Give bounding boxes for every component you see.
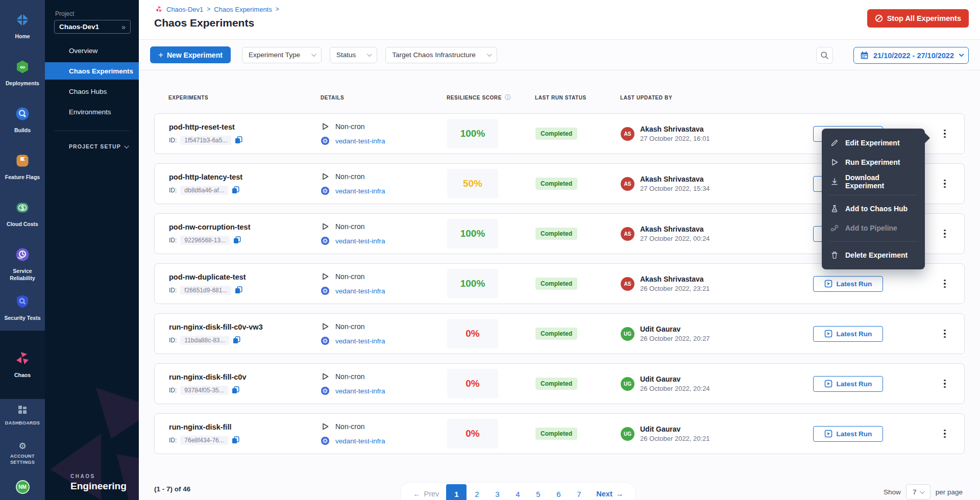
menu-add-to-pipeline: Add to Pipeline xyxy=(822,218,925,238)
table-row[interactable]: run-nginx-disk-fill ID: 76e8f434-76... N… xyxy=(154,413,965,454)
id-label: ID: xyxy=(169,137,177,144)
infrastructure-link[interactable]: vedant-test-infra xyxy=(335,437,385,445)
copy-icon[interactable] xyxy=(232,386,239,394)
experiment-name[interactable]: pod-http-latency-test xyxy=(169,173,321,181)
latest-run-button[interactable]: Latest Run xyxy=(813,426,883,442)
menu-delete-experiment[interactable]: Delete Experiment xyxy=(822,245,925,265)
copy-icon[interactable] xyxy=(235,136,242,144)
updated-by-name: Udit Gaurav xyxy=(640,375,710,383)
copy-icon[interactable] xyxy=(233,336,240,344)
experiment-name[interactable]: pod-nw-duplicate-test xyxy=(169,273,321,281)
kebab-menu-icon[interactable] xyxy=(940,177,950,191)
resilience-score: 50% xyxy=(447,169,498,198)
table-row[interactable]: run-nginx-disk-fill-c0v ID: 93784f05-35.… xyxy=(154,363,965,404)
nav-item-overview[interactable]: Overview xyxy=(45,42,139,59)
breadcrumb-separator: > xyxy=(276,6,279,13)
infrastructure-link[interactable]: vedant-test-infra xyxy=(335,187,385,195)
pagination-summary: (1 - 7) of 46 xyxy=(154,485,190,493)
per-page-select[interactable]: 7 xyxy=(906,484,930,499)
page-button-3[interactable]: 3 xyxy=(487,484,507,500)
security-tests-icon xyxy=(15,294,30,311)
kubernetes-icon xyxy=(321,237,329,245)
sidebar-item-service-reliability[interactable]: Service Reliability xyxy=(0,237,45,284)
sidebar-item-builds[interactable]: Builds xyxy=(0,96,45,143)
copy-icon[interactable] xyxy=(233,236,241,244)
sidebar-item-chaos[interactable]: Chaos xyxy=(0,331,45,399)
experiment-name[interactable]: run-nginx-disk-fill xyxy=(169,423,321,431)
kebab-menu-icon[interactable] xyxy=(940,377,950,391)
sidebar-item-security-tests[interactable]: Security Tests xyxy=(0,284,45,331)
page-button-2[interactable]: 2 xyxy=(467,484,487,500)
user-avatar[interactable]: NM xyxy=(16,480,30,494)
experiment-type-filter[interactable]: Experiment Type xyxy=(242,47,322,63)
sidebar-item-deployments[interactable]: ∞ Deployments xyxy=(0,49,45,96)
stop-all-experiments-button[interactable]: Stop All Experiments xyxy=(867,9,969,28)
page-button-6[interactable]: 6 xyxy=(548,484,569,500)
menu-download-experiment[interactable]: Download Experiment xyxy=(822,172,925,191)
date-range-picker[interactable]: 21/10/2022 - 27/10/2022 xyxy=(853,47,969,64)
kebab-menu-icon[interactable] xyxy=(940,277,950,291)
target-infrastructure-filter[interactable]: Target Chaos Infrastructure xyxy=(385,47,497,63)
latest-run-button[interactable]: Latest Run xyxy=(813,326,883,342)
chevron-down-icon xyxy=(124,143,129,148)
nav-item-chaos-hubs[interactable]: Chaos Hubs xyxy=(45,83,139,100)
sidebar-item-home[interactable]: Home xyxy=(0,2,45,49)
expand-icon[interactable]: » xyxy=(121,23,126,31)
chevron-down-icon xyxy=(311,52,316,57)
kebab-menu-icon[interactable] xyxy=(940,227,950,241)
infrastructure-link[interactable]: vedant-test-infra xyxy=(335,337,385,345)
sidebar-item-feature-flags[interactable]: Feature Flags xyxy=(0,143,45,190)
breadcrumb-link-experiments[interactable]: Chaos Experiments xyxy=(214,6,272,13)
status-badge: Completed xyxy=(535,328,577,340)
column-resilience-score: RESILIENCE SCORE ⓘ xyxy=(447,93,535,102)
page-button-1[interactable]: 1 xyxy=(446,484,467,500)
table-row[interactable]: pod-nw-duplicate-test ID: f26651d9-681..… xyxy=(154,263,965,304)
module-sidebar: Home ∞ Deployments Builds Feature Flags … xyxy=(0,0,45,500)
copy-icon[interactable] xyxy=(232,436,239,444)
sidebar-item-dashboards[interactable]: DASHBOARDS xyxy=(0,399,45,437)
page-button-4[interactable]: 4 xyxy=(507,484,528,500)
latest-run-button[interactable]: Latest Run xyxy=(813,276,883,292)
status-badge: Completed xyxy=(535,378,577,390)
info-icon[interactable]: ⓘ xyxy=(505,93,511,102)
nav-item-environments[interactable]: Environments xyxy=(45,103,139,120)
table-row[interactable]: run-nginx-disk-fill-c0v-vw3 ID: 11bda88c… xyxy=(154,313,965,354)
schedule-type: Non-cron xyxy=(335,372,365,381)
project-setup-toggle[interactable]: PROJECT SETUP xyxy=(69,143,128,149)
kebab-menu-icon[interactable] xyxy=(940,127,950,141)
nav-item-chaos-experiments[interactable]: Chaos Experiments xyxy=(45,62,139,80)
sidebar-item-cloud-costs[interactable]: $ Cloud Costs xyxy=(0,190,45,237)
id-label: ID: xyxy=(169,387,177,394)
copy-icon[interactable] xyxy=(232,186,239,194)
sidebar-item-account-settings[interactable]: ⚙ ACCOUNT SETTINGS xyxy=(0,437,45,474)
page-button-7[interactable]: 7 xyxy=(569,484,589,500)
chaos-icon xyxy=(14,350,31,368)
search-button[interactable] xyxy=(816,47,833,64)
experiment-name[interactable]: pod-http-reset-test xyxy=(169,123,321,131)
experiment-name[interactable]: run-nginx-disk-fill-c0v xyxy=(169,373,321,381)
infrastructure-link[interactable]: vedant-test-infra xyxy=(335,287,385,295)
kebab-menu-icon[interactable] xyxy=(940,427,950,441)
project-selector[interactable]: Chaos-Dev1 » xyxy=(54,20,131,34)
page-button-5[interactable]: 5 xyxy=(528,484,548,500)
breadcrumb-link-project[interactable]: Chaos-Dev1 xyxy=(166,6,203,13)
status-filter[interactable]: Status xyxy=(330,47,377,63)
infrastructure-link[interactable]: vedant-test-infra xyxy=(335,387,385,395)
next-page-button[interactable]: Next → xyxy=(589,490,630,498)
new-experiment-button[interactable]: + New Experiment xyxy=(150,46,231,63)
page-title: Chaos Experiments xyxy=(154,17,254,29)
experiment-id: 93784f05-35... xyxy=(180,386,228,395)
infrastructure-link[interactable]: vedant-test-infra xyxy=(335,137,385,145)
updated-date: 27 October 2022, 16:01 xyxy=(640,135,710,142)
kebab-menu-icon[interactable] xyxy=(940,327,950,341)
menu-add-to-chaos-hub[interactable]: Add to Chaos Hub xyxy=(822,199,925,218)
prev-page-button[interactable]: ← Prev xyxy=(406,490,446,498)
latest-run-button[interactable]: Latest Run xyxy=(813,376,883,392)
experiment-name[interactable]: pod-nw-corruption-test xyxy=(169,223,321,231)
menu-edit-experiment[interactable]: Edit Experiment xyxy=(822,133,925,153)
play-icon xyxy=(321,422,329,431)
menu-run-experiment[interactable]: Run Experiment xyxy=(822,153,925,172)
infrastructure-link[interactable]: vedant-test-infra xyxy=(335,237,385,245)
experiment-name[interactable]: run-nginx-disk-fill-c0v-vw3 xyxy=(169,323,321,331)
copy-icon[interactable] xyxy=(235,286,242,294)
